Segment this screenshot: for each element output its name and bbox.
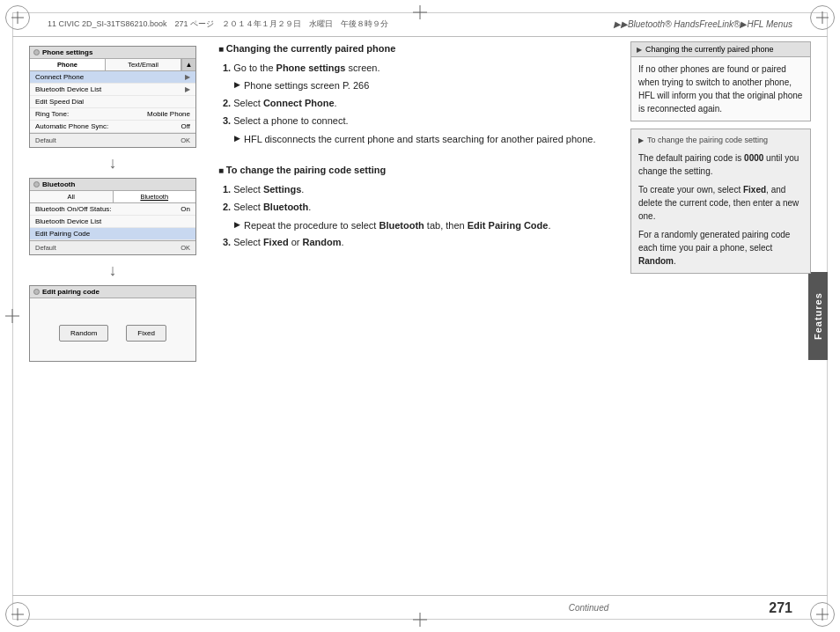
row-label-speed: Edit Speed Dial xyxy=(35,98,84,106)
screen-title-phone: Phone settings xyxy=(42,48,92,56)
screen-dot-bt xyxy=(33,181,40,187)
btn-fixed[interactable]: Fixed xyxy=(126,325,166,342)
step2-2-text: 2. Select Bluetooth. xyxy=(223,202,311,212)
phone-settings-screen: Phone settings Phone Text/Email ▲ Connec… xyxy=(29,46,196,148)
bt-screen-content: Bluetooth On/Off Status: On Bluetooth De… xyxy=(30,203,195,240)
row-connect-phone[interactable]: Connect Phone ▶ xyxy=(30,71,195,84)
row-label-ring: Ring Tone: xyxy=(35,110,69,118)
page-number: 271 xyxy=(769,600,792,616)
step1-1: 1. Go to the Phone settings screen. xyxy=(218,61,608,76)
header-chapter-title: ▶▶Bluetooth® HandsFreeLink®▶HFL Menus xyxy=(614,19,792,29)
arrow-down-indicator: ↓ xyxy=(29,155,196,171)
row-label-editpair: Edit Pairing Code xyxy=(35,230,90,238)
info-box-2-header: To change the pairing code setting xyxy=(638,135,803,147)
edge-mark-bottom xyxy=(413,613,427,627)
screen-tabs-phone: Phone Text/Email ▲ xyxy=(30,59,195,71)
tab-textemail[interactable]: Text/Email xyxy=(106,59,181,70)
info-box-1: Changing the currently paired phone If n… xyxy=(630,41,811,121)
step2-3: 3. Select Fixed or Random. xyxy=(218,235,608,250)
phone-screen-footer: Default OK xyxy=(30,133,195,147)
row-val-onoff: On xyxy=(181,205,190,213)
row-bt-device-list[interactable]: Bluetooth Device List ▶ xyxy=(30,84,195,96)
info-box-1-content: If no other phones are found or paired w… xyxy=(631,57,810,121)
screen-title-bar-bt: Bluetooth xyxy=(30,179,195,191)
row-label-connect: Connect Phone xyxy=(35,73,84,81)
screen-dot-edit xyxy=(33,289,40,295)
tab-all[interactable]: All xyxy=(30,191,114,202)
phone-screen-content: Connect Phone ▶ Bluetooth Device List ▶ … xyxy=(30,71,195,133)
edit-screen-spacer2 xyxy=(30,350,195,361)
btn-random[interactable]: Random xyxy=(59,325,108,342)
step2-3-text: 3. Select Fixed or Random. xyxy=(223,237,344,247)
edge-mark-top xyxy=(413,5,427,19)
step2-2-sub: Repeat the procedure to select Bluetooth… xyxy=(218,218,608,233)
step1-1-num: 1. Go to the Phone settings screen. xyxy=(223,62,380,73)
footer-ok-phone[interactable]: OK xyxy=(181,136,190,144)
row-bt-onoff[interactable]: Bluetooth On/Off Status: On xyxy=(30,203,195,216)
step1-3-sub-text: HFL disconnects the current phone and st… xyxy=(244,132,596,147)
step2-1: 1. Select Settings. xyxy=(218,182,608,197)
step1-2-num: 2. Select Connect Phone. xyxy=(223,98,337,108)
step2-1-text: 1. Select Settings. xyxy=(223,184,304,195)
row-bt-devicelist[interactable]: Bluetooth Device List xyxy=(30,216,195,228)
step1-3: 3. Select a phone to connect. xyxy=(218,114,608,129)
left-panel: Phone settings Phone Text/Email ▲ Connec… xyxy=(25,37,205,595)
row-ringtone[interactable]: Ring Tone: Mobile Phone xyxy=(30,108,195,121)
section-gap xyxy=(218,149,608,163)
row-label-onoff: Bluetooth On/Off Status: xyxy=(35,205,112,213)
row-label-btlist: Bluetooth Device List xyxy=(35,85,101,93)
row-label-sync: Automatic Phone Sync: xyxy=(35,122,108,130)
content-area: Phone settings Phone Text/Email ▲ Connec… xyxy=(25,37,815,595)
step1-3-text: 3. Select a phone to connect. xyxy=(223,115,349,126)
row-edit-pairing[interactable]: Edit Pairing Code xyxy=(30,228,195,240)
step2-2-sub-text: Repeat the procedure to select Bluetooth… xyxy=(244,218,551,233)
info-box-2-para1: The default pairing code is 0000 until y… xyxy=(638,151,803,178)
row-val-sync: Off xyxy=(181,122,190,130)
section2-title: To change the pairing code setting xyxy=(218,163,608,178)
footer-default-phone[interactable]: Default xyxy=(35,136,56,144)
tab-phone[interactable]: Phone xyxy=(30,59,106,70)
edit-pairing-screen: Edit pairing code Random Fixed xyxy=(29,285,196,362)
screen-title-bar-phone: Phone settings xyxy=(30,47,195,59)
info-box-1-header: Changing the currently paired phone xyxy=(631,42,810,57)
section1-title: Changing the currently paired phone xyxy=(218,41,608,56)
step2-2: 2. Select Bluetooth. xyxy=(218,200,608,215)
row-arrow-connect: ▶ xyxy=(185,73,190,81)
step1-3-sub: HFL disconnects the current phone and st… xyxy=(218,132,608,147)
info-box-2-para3: For a randomly generated pairing code ea… xyxy=(638,228,803,268)
row-autosync[interactable]: Automatic Phone Sync: Off xyxy=(30,121,195,133)
screen-title-bar-edit: Edit pairing code xyxy=(30,286,195,298)
row-arrow-btlist: ▶ xyxy=(185,85,190,93)
info-box-2: To change the pairing code setting The d… xyxy=(630,129,811,274)
pairing-button-row: Random Fixed xyxy=(30,316,195,350)
instructions-panel: Changing the currently paired phone 1. G… xyxy=(205,37,622,595)
bluetooth-screen: Bluetooth All Bluetooth Bluetooth On/Off… xyxy=(29,178,196,255)
edge-mark-left xyxy=(5,309,19,323)
header-file-info: 11 CIVIC 2D_SI-31TS86210.book 271 ページ ２０… xyxy=(48,18,614,30)
arrow-down-indicator-2: ↓ xyxy=(29,262,196,278)
step1-1-sub-text: Phone settings screen P. 266 xyxy=(244,78,369,93)
footer-continued: Continued xyxy=(409,603,770,613)
info-box-1-text: If no other phones are found or paired w… xyxy=(638,64,802,114)
row-val-ring: Mobile Phone xyxy=(147,110,190,118)
edit-screen-spacer xyxy=(30,298,195,316)
footer-default-bt[interactable]: Default xyxy=(35,244,56,252)
step1-2: 2. Select Connect Phone. xyxy=(218,96,608,111)
row-label-btdevice: Bluetooth Device List xyxy=(35,217,101,225)
bt-tabs: All Bluetooth xyxy=(30,191,195,203)
footer-ok-bt[interactable]: OK xyxy=(181,244,190,252)
screen-title-edit: Edit pairing code xyxy=(42,288,99,296)
screen-title-bt: Bluetooth xyxy=(42,180,75,188)
step1-1-sub: Phone settings screen P. 266 xyxy=(218,78,608,93)
row-edit-speed[interactable]: Edit Speed Dial xyxy=(30,96,195,108)
tab-bluetooth[interactable]: Bluetooth xyxy=(114,191,196,202)
info-panel: Changing the currently paired phone If n… xyxy=(622,37,815,595)
info-box-2-para2: To create your own, select Fixed, and de… xyxy=(638,183,803,223)
bt-screen-footer: Default OK xyxy=(30,240,195,254)
screen-dot xyxy=(33,49,40,55)
scrollbar-up[interactable]: ▲ xyxy=(181,59,195,70)
